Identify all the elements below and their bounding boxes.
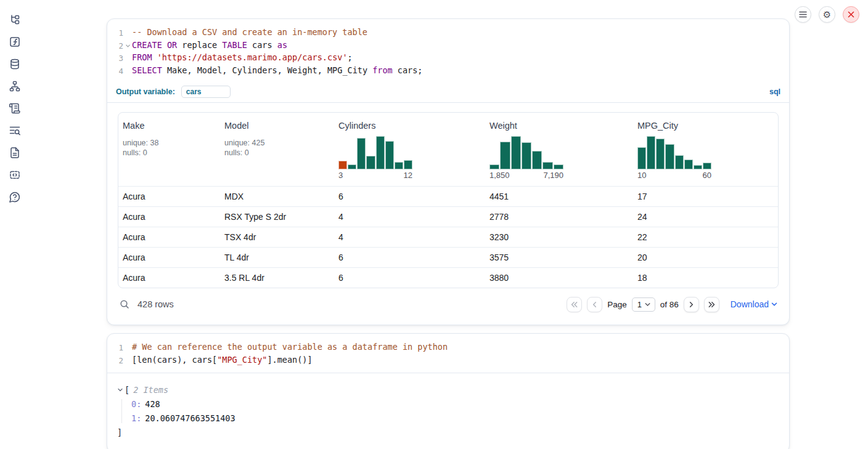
code-line: 1 # We can reference the output variable…: [107, 341, 789, 354]
code-line: 1 -- Download a CSV and create an in-mem…: [107, 26, 789, 39]
close-bracket: ]: [117, 427, 779, 437]
line-number: 1: [107, 341, 123, 354]
first-page-button[interactable]: [567, 297, 582, 312]
mpg-city-histogram: 10 60: [637, 136, 711, 180]
axis-min-label: 3: [338, 171, 343, 180]
table-row: Acura MDX 6 4451 17: [118, 186, 778, 206]
row-count: 428 rows: [137, 299, 174, 309]
list-search-icon[interactable]: [9, 124, 21, 137]
table-row: Acura TL 4dr 6 3575 20: [118, 247, 778, 267]
code-text: # We can reference the output variable a…: [132, 341, 448, 354]
search-icon[interactable]: [119, 299, 130, 310]
output-variable-input[interactable]: [181, 86, 231, 98]
axis-max-label: 7,190: [543, 171, 563, 180]
column-header-weight[interactable]: Weight 1,850 7,190: [485, 113, 633, 186]
output-variable-label: Output variable:: [116, 87, 175, 96]
sql-cell-output: Make unique: 38 nulls: 0 Model unique: 4…: [107, 102, 789, 325]
column-stats: unique: 38 nulls: 0: [123, 138, 220, 158]
list-item: 0:428: [131, 399, 779, 409]
sql-code-editor[interactable]: 1 -- Download a CSV and create an in-mem…: [107, 19, 789, 84]
shutdown-icon[interactable]: [843, 6, 859, 23]
table-row: Acura RSX Type S 2dr 4 2778 24: [118, 206, 778, 227]
tree-root: [ 2 Items: [117, 385, 779, 395]
notebook-area: 1 -- Download a CSV and create an in-mem…: [107, 18, 790, 449]
last-page-button[interactable]: [704, 297, 719, 312]
code-line: 2 [len(cars), cars["MPG_City"].mean()]: [107, 354, 789, 367]
collapse-chevron-icon[interactable]: [117, 387, 125, 393]
function-square-icon[interactable]: [9, 36, 21, 48]
logs-icon[interactable]: [9, 102, 21, 115]
code-text: [len(cars), cars["MPG_City"].mean()]: [132, 354, 313, 367]
list-item: 1:20.060747663551403: [131, 413, 779, 423]
page-select[interactable]: 1: [632, 297, 655, 312]
table-row: Acura 3.5 RL 4dr 6 3880 18: [118, 267, 778, 288]
document-icon[interactable]: [9, 147, 21, 159]
dependency-graph-icon[interactable]: [9, 80, 21, 92]
database-icon[interactable]: [9, 58, 21, 70]
axis-max-label: 60: [703, 171, 711, 180]
previous-page-button[interactable]: [587, 297, 602, 312]
code-text: FROM 'https://datasets.marimo.app/cars.c…: [132, 52, 353, 65]
axis-min-label: 1,850: [489, 171, 510, 180]
language-badge[interactable]: sql: [769, 87, 780, 96]
code-text: CREATE OR replace TABLE cars as: [132, 39, 287, 52]
line-number: 3: [107, 52, 123, 65]
snippets-icon[interactable]: [9, 169, 21, 181]
code-line: 2 CREATE OR replace TABLE cars as: [107, 39, 789, 52]
output-variable-row: Output variable: sql: [107, 84, 789, 102]
tree-entries: 0:428 1:20.060747663551403: [121, 399, 779, 423]
gear-icon[interactable]: ⚙: [819, 6, 835, 23]
table-row: Acura TSX 4dr 4 3230 22: [118, 227, 778, 247]
data-table: Make unique: 38 nulls: 0 Model unique: 4…: [118, 112, 779, 288]
weight-histogram: 1,850 7,190: [489, 136, 563, 180]
line-number: 4: [107, 65, 123, 78]
axis-min-label: 10: [637, 171, 646, 180]
page-of-label: of 86: [660, 300, 679, 309]
python-code-editor[interactable]: 1 # We can reference the output variable…: [107, 334, 789, 373]
menu-icon[interactable]: [795, 6, 811, 23]
code-text: SELECT Make, Model, Cylinders, Weight, M…: [132, 65, 422, 78]
column-header-make[interactable]: Make unique: 38 nulls: 0: [118, 113, 220, 186]
next-page-button[interactable]: [684, 297, 699, 312]
help-icon[interactable]: [9, 191, 21, 203]
column-stats: unique: 425 nulls: 0: [224, 138, 334, 158]
code-line: 4 SELECT Make, Model, Cylinders, Weight,…: [107, 65, 789, 78]
cylinders-histogram: 3 12: [338, 136, 412, 180]
file-tree-icon[interactable]: [9, 14, 21, 26]
line-number: 2: [107, 354, 123, 367]
sql-cell: 1 -- Download a CSV and create an in-mem…: [107, 18, 790, 325]
python-cell-output: [ 2 Items 0:428 1:20.060747663551403 ]: [107, 373, 789, 449]
page-label: Page: [607, 300, 627, 309]
pagination: Page 1 of 86: [567, 297, 777, 312]
table-footer: 428 rows Page 1: [118, 288, 779, 315]
code-text: -- Download a CSV and create an in-memor…: [132, 26, 367, 39]
notebook-controls: ⚙: [795, 6, 859, 23]
code-line: 3 FROM 'https://datasets.marimo.app/cars…: [107, 52, 789, 65]
column-header-model[interactable]: Model unique: 425 nulls: 0: [220, 113, 334, 186]
column-header-mpg-city[interactable]: MPG_City 10 60: [633, 113, 778, 186]
line-number: 2: [107, 39, 123, 52]
items-count-label: 2 Items: [133, 385, 168, 395]
panel-sidebar: [0, 0, 30, 449]
column-header-cylinders[interactable]: Cylinders 3 12: [334, 113, 485, 186]
table-header-row: Make unique: 38 nulls: 0 Model unique: 4…: [118, 113, 778, 186]
python-cell: 1 # We can reference the output variable…: [107, 333, 790, 449]
open-bracket: [: [125, 385, 129, 395]
download-button[interactable]: Download: [731, 299, 777, 309]
axis-max-label: 12: [404, 171, 412, 180]
fold-chevron-icon[interactable]: [123, 39, 132, 52]
line-number: 1: [107, 26, 123, 39]
